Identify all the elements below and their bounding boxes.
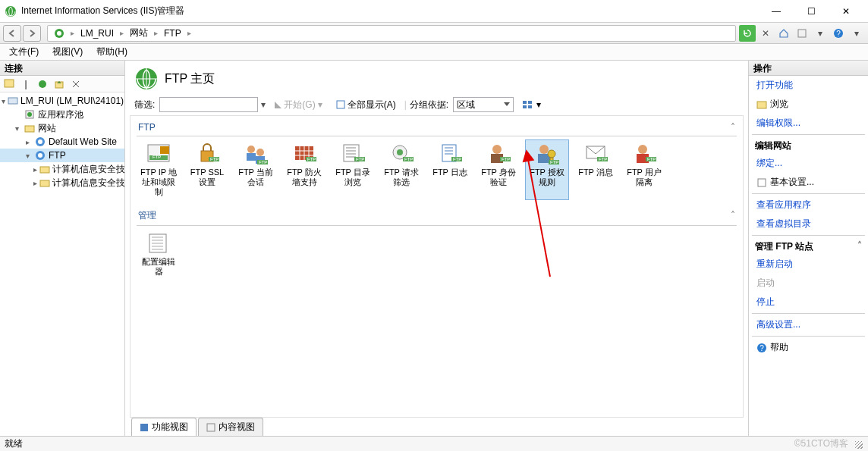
globe-icon [134,67,159,91]
action-start: 启动 [749,274,868,293]
resize-grip-icon[interactable] [853,439,863,449]
show-all-button[interactable]: 全部显示(A) [331,97,401,112]
minimize-button[interactable]: — [759,0,794,23]
action-bindings[interactable]: 绑定... [749,154,868,173]
feature-config-editor[interactable]: 配置编辑器 [137,229,181,279]
collapse-icon[interactable]: ▾ [2,97,5,105]
window-controls: — ☐ ✕ [759,0,863,23]
delete-connection-icon[interactable] [70,78,82,90]
menu-file[interactable]: 文件(F) [3,44,45,60]
action-stop[interactable]: 停止 [749,293,868,312]
expand-icon[interactable]: ▸ [33,179,37,187]
menu-view[interactable]: 视图(V) [46,44,89,60]
breadcrumb-seg-sites[interactable]: 网站 [127,27,151,39]
tree-node-default-site[interactable]: ▸ Default Web Site [0,135,124,149]
svg-text:FTP: FTP [502,157,510,161]
connections-tree[interactable]: ▾ LM_RUI (LM_RUI\24101) 应用程序池 ▾ 网站 ▸ Def… [0,92,124,436]
feature-ftp-firewall[interactable]: FTPFTP 防火墙支持 [282,139,326,200]
feature-ftp-isolation[interactable]: FTPFTP 用户隔离 [622,139,666,200]
feature-ftp-authz[interactable]: FTPFTP 授权规则 [525,139,569,200]
action-explore[interactable]: 浏览 [749,95,868,114]
svg-rect-9 [8,98,17,104]
help-icon[interactable]: ? [830,25,847,42]
action-view-apps[interactable]: 查看应用程序 [749,196,868,215]
action-basic-settings[interactable]: 基本设置... [749,173,868,192]
svg-point-55 [539,145,549,154]
titlebar: Internet Information Services (IIS)管理器 —… [0,0,868,23]
svg-point-7 [39,80,46,88]
folder-icon [39,177,50,189]
filter-label: 筛选: [134,99,155,111]
svg-text:FTP: FTP [404,157,413,161]
group-header-ftp[interactable]: FTP˄ [137,119,737,136]
filter-dropdown-icon[interactable]: ▾ [261,99,266,110]
view-tabs: 功能视图 内容视图 [125,418,748,436]
save-connections-icon[interactable] [3,78,15,90]
tree-node-server[interactable]: ▾ LM_RUI (LM_RUI\24101) [0,94,124,108]
svg-point-14 [38,139,42,144]
stop-button[interactable]: ✕ [757,25,774,42]
action-open-feature[interactable]: 打开功能 [749,76,868,95]
nav-dropdown-chevron[interactable]: ▾ [812,25,829,42]
chevron-right-icon: ▸ [154,29,158,37]
action-edit-permissions[interactable]: 编辑权限... [749,114,868,133]
action-restart[interactable]: 重新启动 [749,255,868,274]
feature-ftp-filter[interactable]: FTPFTP 请求筛选 [379,139,423,200]
feature-ftp-browse[interactable]: FTPFTP 目录浏览 [331,139,375,200]
feature-ftp-msg[interactable]: FTPFTP 消息 [574,139,618,200]
tree-node-sites[interactable]: ▾ 网站 [0,121,124,135]
expand-icon[interactable]: ▸ [23,138,32,146]
breadcrumb-seg-server[interactable]: LM_RUI [77,28,117,39]
group-by-combo[interactable]: 区域 [453,97,514,112]
feature-ftp-log[interactable]: FTPFTP 日志 [428,139,472,200]
tree-node-sub2[interactable]: ▸ 计算机信息安全技 [0,176,124,189]
collapse-icon[interactable]: ▾ [23,152,32,160]
action-advanced[interactable]: 高级设置... [749,315,868,334]
svg-text:FTP: FTP [550,160,558,164]
menu-help[interactable]: 帮助(H) [90,44,134,60]
maximize-button[interactable]: ☐ [794,0,829,23]
tree-node-app-pools[interactable]: 应用程序池 [0,108,124,121]
svg-point-51 [492,145,502,154]
up-level-icon[interactable] [53,78,65,90]
features-area[interactable]: FTP˄ FTPFTP IP 地址和域限制 FTPFTP SSL 设置 FTPF… [130,115,744,418]
action-separator [752,336,865,337]
chevron-right-icon: ▸ [71,29,74,37]
feature-ftp-ssl[interactable]: FTPFTP SSL 设置 [185,139,229,200]
home-icon[interactable] [775,25,792,42]
folder-icon [39,163,50,175]
connect-server-icon[interactable] [36,78,49,90]
toolbar-extra-icon[interactable] [794,25,810,42]
action-help[interactable]: ?帮助 [749,338,868,357]
action-view-vdirs[interactable]: 查看虚拟目录 [749,215,868,233]
feature-ftp-session[interactable]: FTPFTP 当前会话 [234,139,278,200]
tree-node-ftp[interactable]: ▾ FTP [0,149,124,162]
svg-point-2 [57,31,61,36]
view-mode-button[interactable]: ▾ [517,97,546,112]
feature-ftp-ip[interactable]: FTPFTP IP 地址和域限制 [137,139,181,200]
tab-content-view[interactable]: 内容视图 [198,418,263,436]
expand-icon[interactable]: ▸ [33,165,37,174]
feature-ftp-auth[interactable]: FTPFTP 身份验证 [476,139,520,200]
tab-features-view[interactable]: 功能视图 [131,418,197,436]
tree-node-label: LM_RUI (LM_RUI\24101) [20,96,124,106]
svg-point-57 [548,150,555,158]
chevron-up-icon[interactable]: ˄ [857,240,862,251]
nav-back-button[interactable] [3,25,21,42]
group-header-mgmt[interactable]: 管理˄ [137,206,737,226]
go-button[interactable]: 开始(G) ▾ [269,97,327,112]
close-button[interactable]: ✕ [829,0,863,23]
group-by-label: 分组依据: [410,99,448,111]
navbar: ▸ LM_RUI ▸ 网站 ▸ FTP ▸ ✕ ▾ ? ▾ [0,23,868,44]
tree-node-label: 应用程序池 [38,108,83,121]
filter-input[interactable] [159,97,258,112]
breadcrumb[interactable]: ▸ LM_RUI ▸ 网站 ▸ FTP ▸ [47,25,736,42]
nav-forward-button[interactable] [23,25,41,42]
refresh-button[interactable] [739,25,756,42]
svg-text:?: ? [760,344,764,352]
svg-point-16 [38,153,42,158]
tree-node-sub1[interactable]: ▸ 计算机信息安全技 [0,162,124,176]
help-dropdown-chevron[interactable]: ▾ [848,25,865,42]
breadcrumb-seg-ftp[interactable]: FTP [161,28,184,39]
collapse-icon[interactable]: ▾ [12,124,21,133]
